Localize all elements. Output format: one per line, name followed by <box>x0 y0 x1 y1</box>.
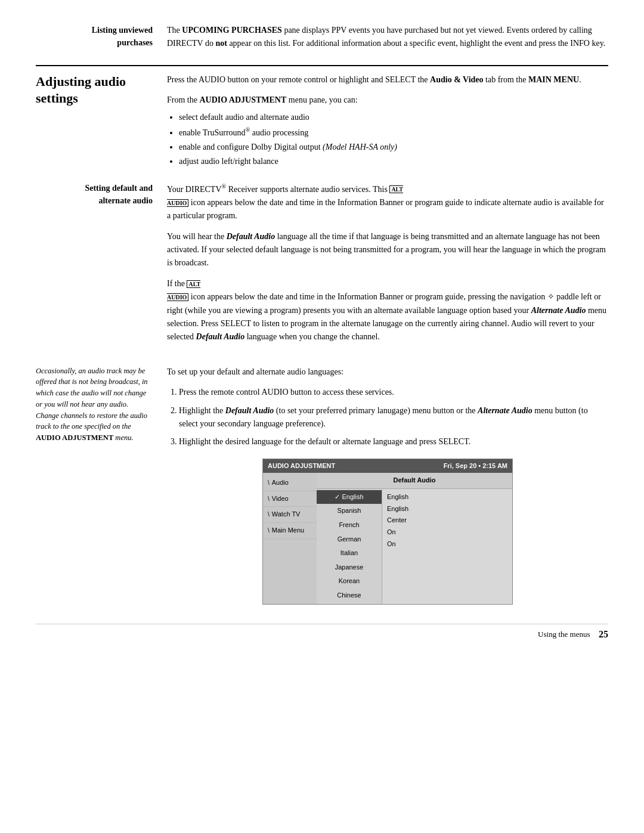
italic-note: Occasionally, an audio track may be offe… <box>36 366 167 605</box>
listing-label: Listing unviewed purchases <box>36 24 167 51</box>
sidebar-tab-audio[interactable]: Audio <box>263 475 317 491</box>
audio-ui-main: Default Audio English Spanish French Ger… <box>317 473 512 603</box>
audio-ui-datetime: Fri, Sep 20 • 2:15 AM <box>444 461 507 472</box>
setting-para2: You will hear the Default Audio language… <box>167 230 608 270</box>
language-list: English Spanish French German Italian Ja… <box>317 489 382 604</box>
step-1: Press the remote control AUDIO button to… <box>179 386 608 399</box>
adjusting-content: Press the AUDIO button on your remote co… <box>167 73 608 172</box>
audio-main-title: Default Audio <box>317 473 512 489</box>
bullet-2: enable TruSurround® audio processing <box>179 125 608 140</box>
audio-ui-title: AUDIO ADJUSTMENT <box>268 461 335 472</box>
setting-section: Setting default and alternate audio Your… <box>36 182 608 351</box>
lang-french[interactable]: French <box>317 518 382 532</box>
adjusting-sub-intro: From the AUDIO ADJUSTMENT menu pane, you… <box>167 94 608 107</box>
lang-spanish[interactable]: Spanish <box>317 504 382 518</box>
listing-label-line1: Listing unviewed <box>92 26 153 35</box>
step-2: Highlight the Default Audio (to set your… <box>179 404 608 431</box>
value-english: English <box>387 491 507 503</box>
value-english2: English <box>387 503 507 515</box>
adjusting-intro: Press the AUDIO button on your remote co… <box>167 73 608 86</box>
page: Listing unviewed purchases The UPCOMING … <box>36 24 608 640</box>
setting-para1: Your DIRECTV® Receiver supports alternat… <box>167 182 608 223</box>
listing-content: The UPCOMING PURCHASES pane displays PPV… <box>167 24 608 51</box>
setup-intro: To set up your default and alternate aud… <box>167 366 608 379</box>
bottom-section: Occasionally, an audio track may be offe… <box>36 366 608 605</box>
value-on1: On <box>387 527 507 538</box>
bottom-content: To set up your default and alternate aud… <box>167 366 608 605</box>
audio-values: English English Center On On <box>382 489 512 604</box>
bullet-3: enable and configure Dolby Digital outpu… <box>179 141 608 154</box>
setting-label: Setting default and alternate audio <box>36 182 167 351</box>
setting-para3: If the ALTAUDIO icon appears below the d… <box>167 277 608 344</box>
audio-ui-body: Audio Video Watch TV Main Menu Default A… <box>263 473 512 603</box>
page-footer: Using the menus 25 <box>36 624 608 640</box>
setting-label-line2: alternate audio <box>98 196 153 205</box>
lang-korean[interactable]: Korean <box>317 574 382 589</box>
value-on2: On <box>387 538 507 550</box>
audio-ui-header: AUDIO ADJUSTMENT Fri, Sep 20 • 2:15 AM <box>263 459 512 473</box>
footer-label: Using the menus <box>538 630 590 639</box>
setup-steps: Press the remote control AUDIO button to… <box>179 386 608 449</box>
setting-label-line1: Setting default and <box>85 184 153 193</box>
setting-content: Your DIRECTV® Receiver supports alternat… <box>167 182 608 351</box>
listing-label-line2: purchases <box>117 38 153 47</box>
bullet-1: select default audio and alternate audio <box>179 111 608 124</box>
listing-section: Listing unviewed purchases The UPCOMING … <box>36 24 608 51</box>
step-3: Highlight the desired language for the d… <box>179 435 608 448</box>
lang-english[interactable]: English <box>317 490 382 504</box>
lang-german[interactable]: German <box>317 532 382 547</box>
audio-ui-sidebar: Audio Video Watch TV Main Menu <box>263 473 317 603</box>
page-number: 25 <box>599 629 608 640</box>
audio-adjustment-ui: AUDIO ADJUSTMENT Fri, Sep 20 • 2:15 AM A… <box>262 459 513 605</box>
bullet-4: adjust audio left/right balance <box>179 155 608 168</box>
listing-paragraph: The UPCOMING PURCHASES pane displays PPV… <box>167 24 608 51</box>
lang-japanese[interactable]: Japanese <box>317 561 382 575</box>
lang-italian[interactable]: Italian <box>317 546 382 561</box>
value-center: Center <box>387 515 507 527</box>
sidebar-tab-mainmenu[interactable]: Main Menu <box>263 523 317 539</box>
adjusting-heading: Adjusting audio settings <box>36 73 167 172</box>
audio-two-col: English Spanish French German Italian Ja… <box>317 489 512 604</box>
sidebar-tab-video[interactable]: Video <box>263 491 317 507</box>
adjusting-bullets: select default audio and alternate audio… <box>179 111 608 169</box>
sidebar-tab-watchtv[interactable]: Watch TV <box>263 507 317 523</box>
lang-chinese[interactable]: Chinese <box>317 589 382 603</box>
adjusting-section: Adjusting audio settings Press the AUDIO… <box>36 65 608 172</box>
